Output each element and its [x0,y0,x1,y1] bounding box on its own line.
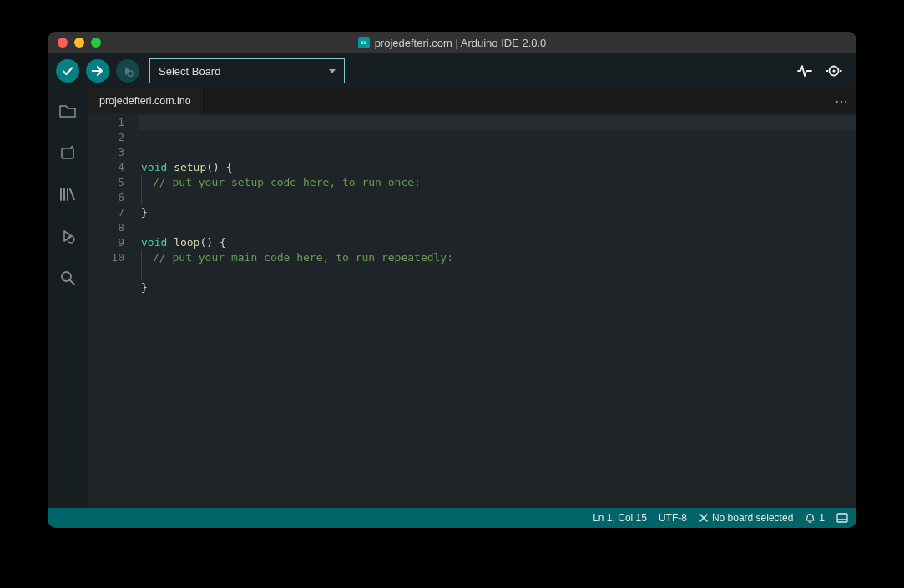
chevron-down-icon [329,69,336,73]
bell-icon [805,513,816,524]
board-status[interactable]: No board selected [699,512,793,524]
play-debug-icon [121,64,134,78]
encoding[interactable]: UTF-8 [659,512,687,524]
tab-label: projedefteri.com.ino [99,95,191,107]
current-line-highlight [138,115,856,130]
code-editor[interactable]: 12345678910 void setup() {// put your se… [88,113,856,508]
boards-manager-button[interactable] [58,143,77,162]
svg-point-2 [832,69,835,72]
folder-icon [58,102,77,120]
maximize-window-button[interactable] [91,38,101,48]
select-board-label: Select Board [159,65,220,78]
svg-rect-5 [62,148,73,158]
statusbar: Ln 1, Col 15 UTF-8 No board selected 1 [48,508,856,528]
debug-icon [58,227,77,245]
svg-rect-9 [837,514,847,522]
editor-tabs: projedefteri.com.ino ⋯ [88,88,856,113]
editor-area: projedefteri.com.ino ⋯ 12345678910 void … [88,88,856,508]
serial-plotter-button[interactable] [796,63,813,79]
x-icon [699,513,709,523]
tab-active[interactable]: projedefteri.com.ino [88,88,204,113]
traffic-lights [48,38,101,48]
pulse-icon [796,63,813,79]
svg-line-8 [70,280,74,284]
toggle-panel-button[interactable] [836,513,848,523]
serial-monitor-icon [825,63,843,79]
more-icon: ⋯ [835,93,848,109]
upload-button[interactable] [86,59,109,83]
debug-button[interactable] [116,59,139,83]
search-panel-button[interactable] [58,269,77,287]
toolbar: Select Board [48,53,856,88]
select-board-dropdown[interactable]: Select Board [149,58,345,83]
arrow-right-icon [91,64,104,78]
svg-point-7 [62,272,71,281]
activity-bar [48,88,88,508]
svg-point-0 [128,71,133,76]
library-manager-button[interactable] [58,185,77,204]
close-window-button[interactable] [58,38,68,48]
panel-icon [836,513,848,523]
minimize-window-button[interactable] [74,38,84,48]
titlebar: ∞ projedefteri.com | Arduino IDE 2.0.0 [48,32,856,53]
board-icon [58,143,77,162]
window-title-group: ∞ projedefteri.com | Arduino IDE 2.0.0 [48,37,856,49]
code-content[interactable]: void setup() {// put your setup code her… [138,113,856,508]
sketchbook-button[interactable] [58,102,77,120]
line-gutter: 12345678910 [88,113,138,508]
serial-monitor-button[interactable] [825,63,843,79]
books-icon [58,185,77,204]
search-icon [58,269,77,287]
editor-more-button[interactable]: ⋯ [835,88,856,113]
window-title: projedefteri.com | Arduino IDE 2.0.0 [375,37,547,49]
arduino-app-icon: ∞ [358,37,370,48]
debug-panel-button[interactable] [58,227,77,245]
verify-button[interactable] [56,59,79,83]
check-icon [61,64,74,78]
cursor-position[interactable]: Ln 1, Col 15 [593,512,647,524]
app-window: ∞ projedefteri.com | Arduino IDE 2.0.0 S… [48,32,856,528]
notifications[interactable]: 1 [805,512,825,524]
